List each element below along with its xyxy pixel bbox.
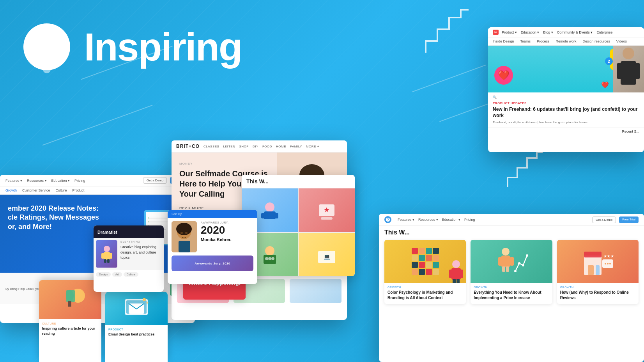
- hero-title-line1: Inspiring: [23, 23, 242, 70]
- svg-rect-64: [433, 269, 439, 275]
- invision-recent: Recent S...: [488, 128, 644, 135]
- helpscout-card: Features ▾ Resources ▾ Education ▾ Prici…: [379, 214, 644, 362]
- svg-rect-6: [621, 61, 636, 85]
- brit-nav-listen: LISTEN: [223, 145, 235, 148]
- helpscout-card-grid: GROWTH Color Psychology in Marketing and…: [384, 240, 639, 304]
- svg-rect-114: [104, 259, 106, 263]
- hs-nav-features: Features ▾: [398, 218, 414, 222]
- invision-article-title: New in Freehand: 6 updates that'll bring…: [493, 106, 639, 119]
- dramatist-card: Dramatist EVERYTHING Creative blog explo…: [94, 225, 164, 292]
- svg-rect-58: [419, 262, 425, 268]
- svg-rect-52: [433, 248, 439, 254]
- hs-card-2-label: GROWTH: [474, 286, 549, 289]
- dramatist-text-area: EVERYTHING Creative blog exploring desig…: [120, 240, 161, 268]
- invision-subnav: Inside Design Teams Process Remote work …: [488, 37, 644, 46]
- awwwards-banner: Awwwards Jury, 2020: [172, 256, 253, 271]
- svg-point-87: [605, 263, 606, 264]
- svg-rect-62: [419, 269, 425, 275]
- svg-point-48: [387, 221, 388, 221]
- brit-nav: BRIT+CO CLASSES LISTEN SHOP DIY FOOD HOM…: [172, 140, 347, 153]
- svg-rect-49: [412, 248, 418, 254]
- subnav-remote-work: Remote work: [556, 39, 577, 43]
- brit-nav-classes: CLASSES: [203, 145, 219, 148]
- svg-rect-113: [109, 253, 112, 259]
- svg-rect-57: [412, 262, 418, 268]
- helpscout-nav-buttons: Get a Demo Free Trial: [592, 216, 639, 223]
- svg-point-89: [609, 263, 611, 264]
- svg-rect-111: [104, 252, 110, 260]
- intercom-nav: Features ▾ Resources ▾ Education ▾ Prici…: [0, 175, 195, 186]
- this-week-title: This W...: [246, 178, 269, 185]
- svg-text:❤️: ❤️: [498, 69, 510, 81]
- this-week-grid: ★ 💻: [242, 188, 355, 276]
- invision-nav-community: Community & Events ▾: [557, 30, 593, 34]
- bc1-label: CULTURE: [42, 322, 98, 325]
- svg-point-99: [265, 257, 268, 260]
- svg-text:✓: ✓: [147, 220, 150, 224]
- bottom-card-2-img: [105, 292, 168, 325]
- svg-point-100: [268, 257, 271, 260]
- hs-card-2-img: [471, 240, 552, 283]
- awwwards-content: Awwwards Jury, 2020 Monika Kehrer.: [168, 218, 257, 256]
- hs-get-demo[interactable]: Get a Demo: [592, 216, 616, 223]
- hs-nav-pricing: Pricing: [464, 218, 475, 222]
- hero-inspiring-text: Inspiring: [74, 27, 242, 66]
- svg-rect-82: [584, 252, 602, 257]
- subnav-process: Process: [537, 39, 550, 43]
- nav-education: Education ▾: [51, 179, 70, 183]
- dramatist-tags: Design Art Culture: [96, 272, 161, 277]
- invision-nav: Product ▾ Education ▾ Blog ▾ Community &…: [502, 30, 612, 34]
- brit-nav-items: CLASSES LISTEN SHOP DIY FOOD HOME FAMILY…: [203, 145, 319, 148]
- person-photo: [613, 46, 644, 92]
- dramatist-header: Dramatist: [94, 225, 164, 238]
- svg-rect-83: [588, 265, 594, 275]
- get-demo-btn[interactable]: Get a Demo: [143, 177, 167, 184]
- svg-rect-68: [460, 270, 463, 278]
- hs-free-trial[interactable]: Free Trial: [619, 216, 639, 223]
- hs-article-card-2: GROWTH Everything You Need to Know About…: [471, 240, 552, 304]
- hs-card-1-label: GROWTH: [387, 286, 463, 289]
- svg-rect-55: [426, 255, 432, 261]
- article-label: PRODUCT UPDATES: [493, 101, 639, 105]
- tag-culture: Culture: [124, 272, 139, 277]
- hs-card-1-body: GROWTH Color Psychology in Marketing and…: [384, 283, 466, 304]
- invision-nav-enterprise: Enterprise: [596, 30, 612, 34]
- svg-rect-96: [321, 217, 333, 220]
- category-growth: Growth: [5, 188, 17, 192]
- svg-point-90: [265, 202, 274, 212]
- hs-nav-resources: Resources ▾: [418, 218, 438, 222]
- svg-rect-53: [412, 255, 418, 261]
- hs-card-3-body: GROWTH How (and Why) to Respond to Onlin…: [557, 283, 639, 304]
- dramatist-brand: Dramatist: [97, 230, 117, 234]
- svg-point-124: [147, 302, 149, 303]
- svg-rect-50: [419, 248, 425, 254]
- invision-emoji-area: ❤️ 2 ❤️: [488, 46, 644, 92]
- invision-nav-blog: Blog ▾: [543, 30, 553, 34]
- week-item-4: 💻: [299, 233, 355, 276]
- svg-rect-84: [596, 265, 600, 275]
- subnav-teams: Teams: [520, 39, 531, 43]
- helpscout-logo: [384, 216, 393, 223]
- svg-rect-76: [506, 266, 509, 272]
- svg-point-123: [143, 298, 146, 301]
- svg-rect-7: [617, 63, 623, 79]
- awwwards-bottom: Awwwards Jury, 2020: [168, 256, 257, 274]
- hs-card-1-title: Color Psychology in Marketing and Brandi…: [387, 290, 463, 301]
- notification-badge: 2: [605, 57, 613, 65]
- bc1-title: Inspiring culture article for your readi…: [42, 326, 98, 336]
- svg-rect-66: [451, 268, 461, 280]
- svg-rect-75: [502, 266, 505, 272]
- svg-rect-8: [634, 63, 640, 79]
- helpscout-content: This W...: [379, 226, 644, 308]
- svg-rect-59: [426, 262, 432, 268]
- hs-article-card-1: GROWTH Color Psychology in Marketing and…: [384, 240, 466, 304]
- svg-text:★: ★: [324, 206, 330, 214]
- svg-rect-60: [433, 262, 439, 268]
- svg-point-107: [180, 232, 183, 234]
- svg-rect-72: [501, 256, 510, 267]
- bc2-title: Email design best practices: [108, 332, 165, 337]
- hs-card-3-img: ★★★: [557, 240, 639, 283]
- svg-point-101: [271, 257, 274, 260]
- svg-rect-70: [456, 279, 460, 283]
- hs-nav-education: Education ▾: [442, 218, 461, 222]
